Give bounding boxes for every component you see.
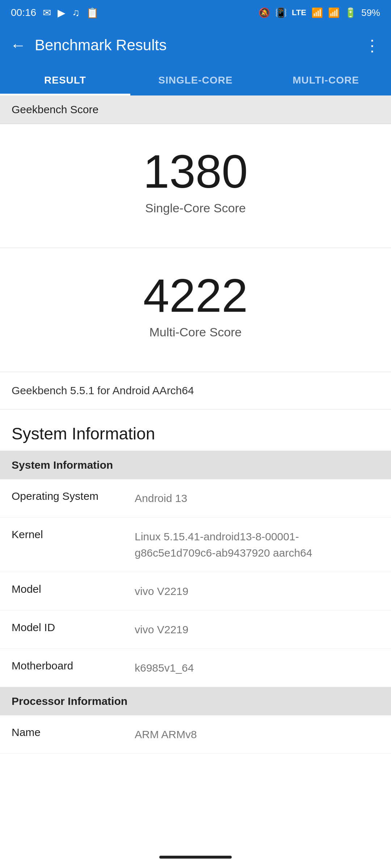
info-row-cpu-name: Name ARM ARMv8 xyxy=(0,715,391,754)
info-key-os: Operating System xyxy=(12,490,135,502)
system-info-section: System Information xyxy=(0,409,391,451)
multi-core-score-value: 4222 xyxy=(12,270,379,322)
info-row-model-id: Model ID vivo V2219 xyxy=(0,610,391,649)
single-core-score-label: Single-Core Score xyxy=(12,201,379,215)
info-value-motherboard: k6985v1_64 xyxy=(135,660,379,676)
lte-icon: LTE xyxy=(292,8,306,17)
bottom-home-indicator xyxy=(159,856,232,859)
version-text: Geekbench 5.5.1 for Android AArch64 xyxy=(12,384,194,396)
info-key-motherboard: Motherboard xyxy=(12,660,135,672)
geekbench-section-header: Geekbench Score xyxy=(0,95,391,124)
info-row-os: Operating System Android 13 xyxy=(0,479,391,518)
info-key-model: Model xyxy=(12,583,135,595)
mute-icon: 🔕 xyxy=(258,7,270,18)
youtube-icon: ▶ xyxy=(58,7,66,19)
tab-single-core[interactable]: SINGLE-CORE xyxy=(130,65,261,95)
wifi-icon: 📶 xyxy=(311,7,323,18)
messenger-icon: ✉ xyxy=(43,7,51,19)
geekbench-header-text: Geekbench Score xyxy=(12,103,98,115)
bottom-bar xyxy=(0,846,391,868)
battery-icon: 🔋 xyxy=(345,7,356,18)
back-button[interactable]: ← xyxy=(10,36,26,54)
tab-result[interactable]: RESULT xyxy=(0,65,130,95)
info-value-model: vivo V2219 xyxy=(135,583,379,599)
info-row-kernel: Kernel Linux 5.15.41-android13-8-00001-g… xyxy=(0,518,391,572)
more-icon: ⋮ xyxy=(364,37,381,54)
system-info-group-header: System Information xyxy=(0,451,391,479)
info-row-motherboard: Motherboard k6985v1_64 xyxy=(0,649,391,687)
processor-info-group-header: Processor Information xyxy=(0,687,391,715)
system-info-group-label: System Information xyxy=(12,459,113,471)
info-value-kernel: Linux 5.15.41-android13-8-00001-g86c5e1d… xyxy=(135,528,379,561)
status-time: 00:16 xyxy=(11,7,36,18)
info-key-model-id: Model ID xyxy=(12,621,135,634)
status-bar: 00:16 ✉ ▶ ♫ 📋 🔕 📳 LTE 📶 📶 🔋 59% xyxy=(0,0,391,25)
info-key-kernel: Kernel xyxy=(12,528,135,541)
info-value-model-id: vivo V2219 xyxy=(135,621,379,638)
info-row-model: Model vivo V2219 xyxy=(0,572,391,610)
single-core-score-area: 1380 Single-Core Score xyxy=(0,124,391,248)
more-button[interactable]: ⋮ xyxy=(364,36,381,55)
info-value-os: Android 13 xyxy=(135,490,379,506)
app-bar: ← Benchmark Results ⋮ xyxy=(0,25,391,65)
vibrate-icon: 📳 xyxy=(275,7,287,18)
multi-core-score-area: 4222 Multi-Core Score xyxy=(0,248,391,372)
back-icon: ← xyxy=(10,36,26,54)
single-core-score-value: 1380 xyxy=(12,146,379,197)
app-bar-title: Benchmark Results xyxy=(35,37,364,54)
info-key-cpu-name: Name xyxy=(12,726,135,739)
system-info-title: System Information xyxy=(12,424,379,443)
processor-info-group-label: Processor Information xyxy=(12,695,127,707)
tab-bar: RESULT SINGLE-CORE MULTI-CORE xyxy=(0,65,391,95)
signal-icon: 📶 xyxy=(328,7,340,18)
battery-percent: 59% xyxy=(361,7,380,18)
version-row: Geekbench 5.5.1 for Android AArch64 xyxy=(0,372,391,409)
youtube-music-icon: ♫ xyxy=(72,7,80,18)
clipboard-icon: 📋 xyxy=(86,7,99,19)
info-value-cpu-name: ARM ARMv8 xyxy=(135,726,379,743)
multi-core-score-label: Multi-Core Score xyxy=(12,325,379,339)
tab-multi-core[interactable]: MULTI-CORE xyxy=(261,65,391,95)
